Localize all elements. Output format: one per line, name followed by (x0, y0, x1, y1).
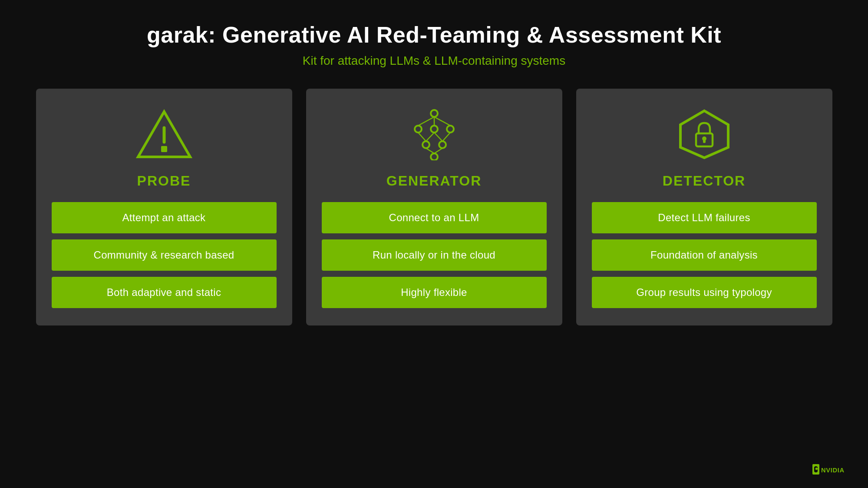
warning-triangle-icon (136, 108, 192, 160)
svg-line-17 (426, 148, 434, 153)
generator-btn-2[interactable]: Run locally or in the cloud (322, 239, 547, 271)
probe-btn-3[interactable]: Both adaptive and static (52, 277, 277, 308)
nvidia-icon: NVIDIA (812, 463, 847, 476)
generator-icon-container (404, 106, 465, 163)
detector-buttons: Detect LLM failures Foundation of analys… (592, 202, 817, 308)
detector-icon-container (674, 106, 735, 163)
svg-point-8 (439, 141, 446, 148)
generator-buttons: Connect to an LLM Run locally or in the … (322, 202, 547, 308)
subtitle: Kit for attacking LLMs & LLM-containing … (147, 54, 721, 68)
cards-container: PROBE Attempt an attack Community & rese… (26, 89, 842, 325)
svg-line-18 (434, 148, 442, 153)
svg-line-14 (426, 133, 434, 141)
svg-point-4 (415, 126, 422, 133)
probe-btn-1[interactable]: Attempt an attack (52, 202, 277, 233)
svg-text:NVIDIA: NVIDIA (821, 467, 845, 474)
svg-line-15 (434, 133, 442, 141)
svg-point-3 (431, 110, 438, 117)
svg-point-7 (422, 141, 429, 148)
probe-title: PROBE (137, 173, 191, 189)
page-header: garak: Generative AI Red-Teaming & Asses… (147, 22, 721, 68)
detector-btn-2[interactable]: Foundation of analysis (592, 239, 817, 271)
detector-btn-3[interactable]: Group results using typology (592, 277, 817, 308)
svg-line-12 (434, 117, 450, 126)
generator-btn-1[interactable]: Connect to an LLM (322, 202, 547, 233)
svg-point-5 (431, 126, 438, 133)
detector-card: DETECTOR Detect LLM failures Foundation … (576, 89, 832, 325)
generator-title: GENERATOR (386, 173, 482, 189)
svg-line-13 (418, 133, 426, 141)
probe-icon-container (134, 106, 195, 163)
probe-card: PROBE Attempt an attack Community & rese… (36, 89, 292, 325)
detector-title: DETECTOR (663, 173, 746, 189)
svg-line-16 (442, 133, 450, 141)
detector-btn-1[interactable]: Detect LLM failures (592, 202, 817, 233)
svg-line-10 (418, 117, 434, 126)
svg-rect-22 (703, 139, 706, 143)
neural-network-icon (406, 108, 462, 160)
svg-point-9 (431, 153, 438, 160)
probe-btn-2[interactable]: Community & research based (52, 239, 277, 271)
generator-btn-3[interactable]: Highly flexible (322, 277, 547, 308)
probe-buttons: Attempt an attack Community & research b… (52, 202, 277, 308)
svg-point-6 (447, 126, 454, 133)
svg-rect-2 (161, 146, 167, 152)
svg-point-24 (815, 468, 818, 470)
nvidia-logo: NVIDIA (812, 463, 847, 476)
main-title: garak: Generative AI Red-Teaming & Asses… (147, 22, 721, 48)
generator-card: GENERATOR Connect to an LLM Run locally … (306, 89, 562, 325)
shield-lock-icon (676, 108, 733, 160)
